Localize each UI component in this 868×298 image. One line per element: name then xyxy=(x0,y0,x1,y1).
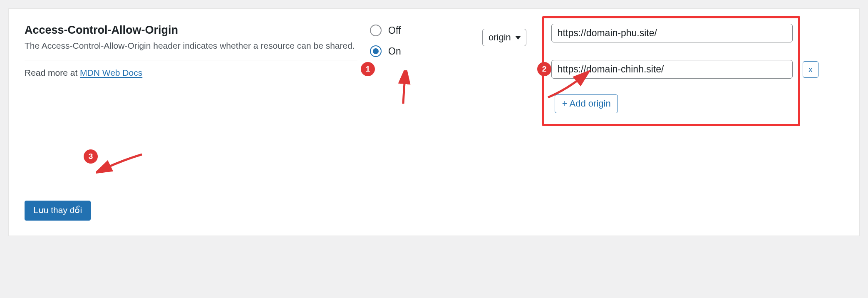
radio-option-on[interactable]: On xyxy=(370,45,449,57)
add-origin-button[interactable]: + Add origin xyxy=(555,94,618,113)
remove-origin-button[interactable]: x xyxy=(803,61,818,78)
setting-row: Access-Control-Allow-Origin The Access-C… xyxy=(25,24,843,113)
mdn-link[interactable]: MDN Web Docs xyxy=(80,68,142,77)
origins-col: x + Add origin xyxy=(539,24,843,113)
radio-off-label: Off xyxy=(388,25,401,36)
chevron-down-icon xyxy=(515,36,521,40)
radio-on-circle[interactable] xyxy=(370,45,382,57)
origin-row-0 xyxy=(551,24,843,42)
radio-option-off[interactable]: Off xyxy=(370,25,449,36)
origin-type-select[interactable]: origin xyxy=(482,29,526,46)
origin-select-col: origin xyxy=(461,24,526,46)
save-button[interactable]: Lưu thay đổi xyxy=(25,201,91,221)
radio-on-dot xyxy=(373,48,379,54)
add-origin-container: + Add origin xyxy=(555,94,843,113)
save-row: Lưu thay đổi xyxy=(25,201,843,221)
origin-input-1[interactable] xyxy=(551,60,793,79)
annotation-arrow-3 xyxy=(96,150,146,175)
setting-description: The Access-Control-Allow-Origin header i… xyxy=(25,39,357,52)
divider xyxy=(25,60,357,60)
read-more-line: Read more at MDN Web Docs xyxy=(25,68,357,78)
read-more-prefix: Read more at xyxy=(25,68,80,77)
setting-description-col: Access-Control-Allow-Origin The Access-C… xyxy=(25,24,357,78)
settings-card: Access-Control-Allow-Origin The Access-C… xyxy=(8,8,860,236)
origin-input-0[interactable] xyxy=(551,24,793,42)
setting-title: Access-Control-Allow-Origin xyxy=(25,24,357,37)
radio-group: Off On xyxy=(370,24,449,66)
origin-row-1: x xyxy=(551,60,843,79)
origin-select-value: origin xyxy=(489,32,511,43)
annotation-badge-3: 3 xyxy=(84,149,98,164)
radio-on-label: On xyxy=(388,46,401,57)
radio-off-circle[interactable] xyxy=(370,25,382,36)
